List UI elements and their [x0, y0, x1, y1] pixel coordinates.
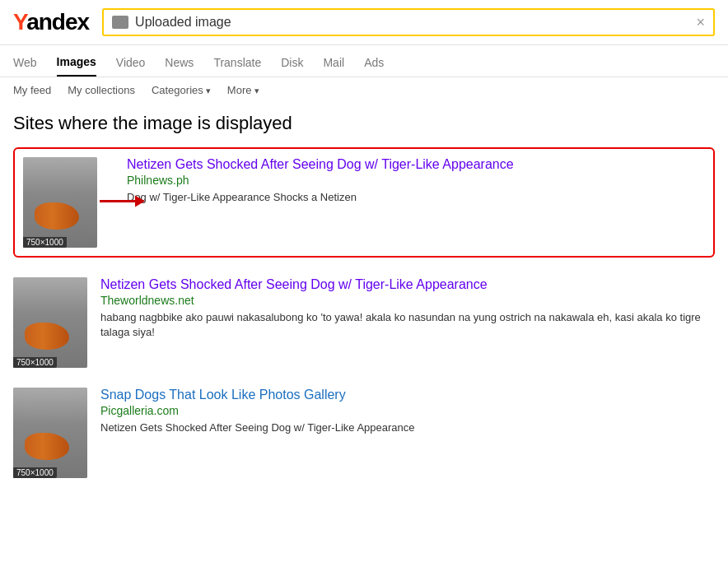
result-1-content: Netizen Gets Shocked After Seeing Dog w/…	[110, 157, 705, 205]
result-2-source: Theworldnews.net	[100, 294, 715, 307]
main-content: Sites where the image is displayed 750×1…	[0, 103, 728, 508]
search-bar: Uploaded image ×	[102, 8, 715, 36]
result-2-content: Netizen Gets Shocked After Seeing Dog w/…	[100, 277, 715, 340]
svg-marker-1	[135, 196, 145, 207]
nav-tab-images[interactable]: Images	[57, 50, 96, 77]
nav-tab-mail[interactable]: Mail	[323, 51, 344, 76]
result-item-3: 750×1000 Snap Dogs That Look Like Photos…	[13, 388, 715, 478]
main-navigation: Web Images Video News Translate Disk Mai…	[0, 45, 728, 77]
result-3-source: Picgalleria.com	[100, 404, 715, 417]
logo-y: Y	[13, 9, 26, 35]
result-1-source: Philnews.ph	[127, 174, 705, 187]
result-1-thumbnail-wrap: 750×1000	[23, 157, 97, 248]
nav-tab-video[interactable]: Video	[116, 51, 146, 76]
result-3-dimensions: 750×1000	[13, 467, 57, 478]
image-thumbnail-icon	[112, 16, 128, 29]
nav-tab-news[interactable]: News	[165, 51, 194, 76]
nav-tab-translate[interactable]: Translate	[213, 51, 261, 76]
header: Yandex Uploaded image ×	[0, 0, 728, 45]
subnav-my-collections[interactable]: My collections	[68, 84, 135, 96]
arrow-svg	[96, 189, 145, 214]
result-3-content: Snap Dogs That Look Like Photos Gallery …	[100, 388, 715, 435]
yandex-logo[interactable]: Yandex	[13, 9, 89, 35]
subnav-categories[interactable]: Categories	[152, 84, 211, 96]
result-1-thumbnail[interactable]	[23, 157, 97, 248]
clear-search-button[interactable]: ×	[696, 15, 705, 30]
subnav-my-feed[interactable]: My feed	[13, 84, 51, 96]
result-2-description: habang nagbbike ako pauwi nakasalubong k…	[100, 310, 715, 340]
subnav-more[interactable]: More	[227, 84, 259, 96]
logo-andex: andex	[26, 9, 89, 35]
result-item-1: 750×1000 Netizen Gets Shocked After Seei…	[13, 147, 715, 258]
result-1-dimensions: 750×1000	[23, 237, 67, 248]
sub-navigation: My feed My collections Categories More	[0, 77, 728, 103]
result-3-description: Netizen Gets Shocked After Seeing Dog w/…	[100, 420, 715, 435]
nav-tab-ads[interactable]: Ads	[364, 51, 384, 76]
result-3-title[interactable]: Snap Dogs That Look Like Photos Gallery	[100, 388, 346, 402]
result-3-thumbnail-wrap: 750×1000	[13, 388, 87, 478]
result-1-title[interactable]: Netizen Gets Shocked After Seeing Dog w/…	[127, 157, 514, 171]
result-3-image	[13, 388, 87, 478]
result-2-image	[13, 277, 87, 368]
nav-tab-disk[interactable]: Disk	[281, 51, 303, 76]
nav-tab-web[interactable]: Web	[13, 51, 37, 76]
arrow-annotation	[96, 189, 141, 216]
result-2-dimensions: 750×1000	[13, 357, 57, 368]
result-3-thumbnail[interactable]	[13, 388, 87, 478]
result-1-image	[23, 157, 97, 248]
result-1-description: Dog w/ Tiger-Like Appearance Shocks a Ne…	[127, 190, 705, 205]
result-2-thumbnail-wrap: 750×1000	[13, 277, 87, 368]
search-value[interactable]: Uploaded image	[135, 15, 689, 30]
result-2-thumbnail[interactable]	[13, 277, 87, 368]
result-2-title[interactable]: Netizen Gets Shocked After Seeing Dog w/…	[100, 277, 488, 291]
section-title: Sites where the image is displayed	[13, 113, 715, 134]
result-item-2: 750×1000 Netizen Gets Shocked After Seei…	[13, 277, 715, 368]
